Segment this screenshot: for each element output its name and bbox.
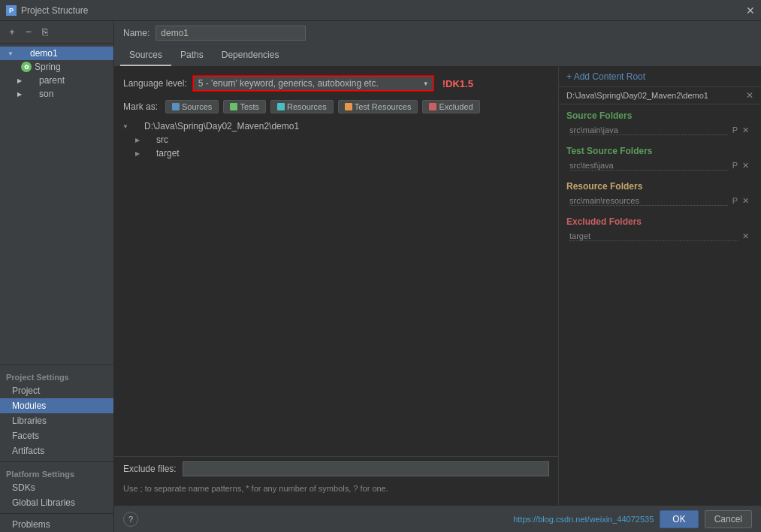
info-panel: + Add Content Root D:\Java\Spring\Day02_… bbox=[558, 67, 761, 505]
exclude-hint: Use ; to separate name patterns, * for a… bbox=[114, 481, 558, 499]
name-label: Name: bbox=[123, 28, 149, 38]
tab-sources[interactable]: Sources bbox=[120, 45, 171, 66]
copy-module-button[interactable]: ⎘ bbox=[38, 25, 53, 40]
mark-tests-button[interactable]: Tests bbox=[223, 100, 266, 113]
root-path-header: D:\Java\Spring\Day02_Maven2\demo1 ✕ bbox=[559, 87, 761, 104]
file-src-folder-icon bbox=[143, 135, 153, 144]
add-module-button[interactable]: + bbox=[5, 25, 20, 40]
mark-test-resources-button[interactable]: Test Resources bbox=[338, 100, 418, 113]
title-bar-left: P Project Structure bbox=[6, 5, 88, 16]
main-layout: + − ⎘ ▼ demo1 ✿ Spring ▶ bbox=[0, 21, 761, 532]
module-tree: ▼ demo1 ✿ Spring ▶ parent ▶ bbox=[0, 44, 113, 361]
sidebar-separator-1 bbox=[0, 364, 113, 365]
ok-button[interactable]: OK bbox=[660, 510, 698, 528]
root-close-button[interactable]: ✕ bbox=[746, 90, 753, 101]
resource-folder-entry-0: src\main\resources P ✕ bbox=[566, 195, 753, 207]
source-folders-title: Source Folders bbox=[566, 110, 753, 121]
help-button[interactable]: ? bbox=[123, 512, 138, 527]
test-source-folders-title: Test Source Folders bbox=[566, 146, 753, 156]
right-panel: Name: Sources Paths Dependencies Languag… bbox=[114, 21, 761, 532]
content-left: Language level: 5 - 'enum' keyword, gene… bbox=[114, 67, 558, 505]
close-button[interactable]: ✕ bbox=[746, 5, 755, 16]
source-folder-entry-0: src\main\java P ✕ bbox=[566, 124, 753, 137]
resource-folders-title: Resource Folders bbox=[566, 181, 753, 192]
file-tree: ▼ D:\Java\Spring\Day02_Maven2\demo1 ▶ sr… bbox=[114, 116, 558, 456]
sidebar-toolbar: + − ⎘ bbox=[0, 21, 113, 44]
file-target-item[interactable]: ▶ target bbox=[114, 147, 558, 160]
mark-resources-label: Resources bbox=[287, 102, 327, 111]
mark-as-label: Mark as: bbox=[123, 101, 158, 112]
resource-folder-properties-0[interactable]: P bbox=[731, 196, 739, 206]
language-level-select[interactable]: 5 - 'enum' keyword, generics, autoboxing… bbox=[193, 76, 433, 91]
content-area: Language level: 5 - 'enum' keyword, gene… bbox=[114, 67, 761, 505]
tab-dependencies[interactable]: Dependencies bbox=[213, 45, 288, 66]
add-content-root-button[interactable]: + Add Content Root bbox=[566, 71, 645, 82]
mark-as-row: Mark as: Sources Tests Resources bbox=[114, 97, 558, 116]
file-target-folder-icon bbox=[143, 149, 153, 158]
sidebar-item-sdks[interactable]: SDKs bbox=[0, 480, 113, 495]
resource-folder-actions-0: P ✕ bbox=[731, 196, 750, 206]
name-input[interactable] bbox=[156, 26, 306, 41]
tab-paths[interactable]: Paths bbox=[171, 45, 213, 66]
sidebar-item-facets[interactable]: Facets bbox=[0, 428, 113, 443]
name-bar: Name: bbox=[114, 21, 761, 45]
file-src-item[interactable]: ▶ src bbox=[114, 133, 558, 147]
test-folder-entry-0: src\test\java P ✕ bbox=[566, 159, 753, 172]
spring-icon: ✿ bbox=[21, 62, 32, 72]
tree-label-demo1: demo1 bbox=[30, 48, 58, 59]
tree-item-son[interactable]: ▶ son bbox=[0, 87, 113, 101]
excluded-folders-title: Excluded Folders bbox=[566, 216, 753, 227]
exclude-files-label: Exclude files: bbox=[123, 464, 177, 474]
sidebar: + − ⎘ ▼ demo1 ✿ Spring ▶ bbox=[0, 21, 114, 532]
title-bar-title: Project Structure bbox=[21, 5, 88, 16]
bottom-bar: ? https://blog.csdn.net/weixin_44072535 … bbox=[114, 505, 761, 532]
tree-label-son: son bbox=[39, 89, 53, 99]
jdk-badge: !DK1.5 bbox=[442, 78, 473, 89]
resource-folder-remove-0[interactable]: ✕ bbox=[741, 196, 750, 206]
mark-excluded-button[interactable]: Excluded bbox=[422, 100, 479, 113]
excluded-folders-section: Excluded Folders target ✕ bbox=[559, 210, 761, 246]
file-src-arrow: ▶ bbox=[132, 137, 143, 144]
resources-dot-icon bbox=[277, 103, 285, 110]
file-root-item[interactable]: ▼ D:\Java\Spring\Day02_Maven2\demo1 bbox=[114, 119, 558, 133]
tree-item-parent[interactable]: ▶ parent bbox=[0, 74, 113, 87]
root-path-text: D:\Java\Spring\Day02_Maven2\demo1 bbox=[566, 91, 708, 100]
excluded-folder-remove-0[interactable]: ✕ bbox=[741, 231, 750, 241]
mark-tests-label: Tests bbox=[240, 102, 259, 111]
file-target-label: target bbox=[156, 148, 180, 159]
test-folder-path-0: src\test\java bbox=[569, 161, 728, 171]
test-resources-dot-icon bbox=[345, 103, 352, 110]
source-folder-remove-0[interactable]: ✕ bbox=[741, 125, 750, 135]
mark-excluded-label: Excluded bbox=[439, 102, 473, 111]
source-folder-path-0: src\main\java bbox=[569, 125, 728, 135]
sidebar-item-project[interactable]: Project bbox=[0, 383, 113, 398]
test-source-folders-section: Test Source Folders src\test\java P ✕ bbox=[559, 140, 761, 175]
tree-item-spring[interactable]: ✿ Spring bbox=[0, 60, 113, 74]
tree-arrow-son: ▶ bbox=[15, 89, 24, 98]
language-level-select-wrapper: 5 - 'enum' keyword, generics, autoboxing… bbox=[193, 76, 433, 91]
bottom-bar-right: https://blog.csdn.net/weixin_44072535 OK… bbox=[513, 510, 752, 528]
excluded-folder-path-0: target bbox=[569, 231, 738, 241]
cancel-button[interactable]: Cancel bbox=[705, 510, 752, 528]
tests-dot-icon bbox=[230, 103, 237, 110]
sidebar-item-modules[interactable]: Modules bbox=[0, 398, 113, 413]
test-folder-properties-0[interactable]: P bbox=[731, 161, 739, 171]
tree-item-demo1[interactable]: ▼ demo1 bbox=[0, 47, 113, 60]
exclude-files-input[interactable] bbox=[183, 461, 549, 476]
app-icon: P bbox=[6, 5, 17, 16]
mark-resources-button[interactable]: Resources bbox=[270, 100, 334, 113]
sidebar-item-global-libraries[interactable]: Global Libraries bbox=[0, 495, 113, 510]
file-root-arrow: ▼ bbox=[120, 123, 131, 130]
excluded-folder-actions-0: ✕ bbox=[741, 231, 750, 241]
sidebar-item-libraries[interactable]: Libraries bbox=[0, 413, 113, 428]
tree-label-spring: Spring bbox=[35, 62, 61, 72]
tabs-bar: Sources Paths Dependencies bbox=[114, 45, 761, 67]
source-folder-properties-0[interactable]: P bbox=[731, 125, 739, 135]
file-target-arrow: ▶ bbox=[132, 150, 143, 157]
sidebar-item-problems[interactable]: Problems bbox=[0, 517, 113, 532]
sidebar-separator-3 bbox=[0, 513, 113, 514]
mark-sources-button[interactable]: Sources bbox=[165, 100, 219, 113]
sidebar-item-artifacts[interactable]: Artifacts bbox=[0, 443, 113, 458]
test-folder-remove-0[interactable]: ✕ bbox=[741, 161, 750, 171]
remove-module-button[interactable]: − bbox=[21, 25, 36, 40]
